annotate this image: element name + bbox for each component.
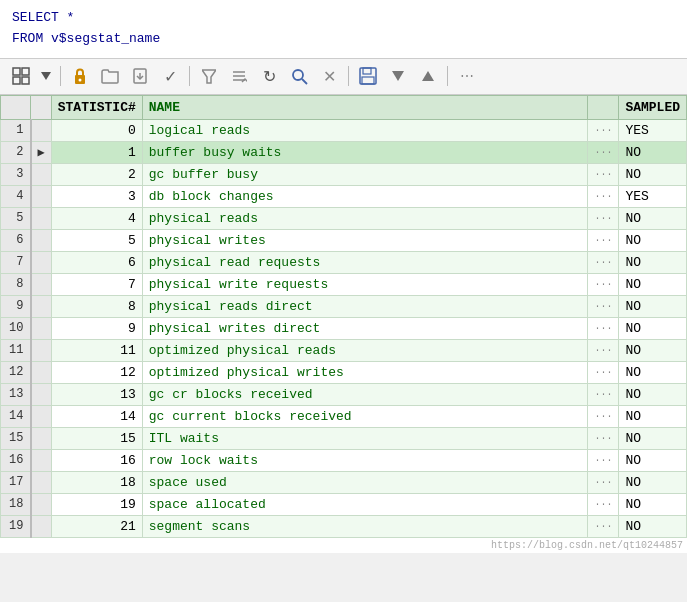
filter-button[interactable] <box>196 63 222 89</box>
cell-rownum: 17 <box>1 471 31 493</box>
cell-ellipsis: ··· <box>588 317 619 339</box>
table-row[interactable]: 1212optimized physical writes···NO <box>1 361 687 383</box>
export-button[interactable] <box>127 63 153 89</box>
cell-name: physical write requests <box>142 273 588 295</box>
cell-name: row lock waits <box>142 449 588 471</box>
cell-arrow <box>31 163 52 185</box>
table-row[interactable]: 54physical reads···NO <box>1 207 687 229</box>
table-row[interactable]: 1515ITL waits···NO <box>1 427 687 449</box>
cell-statistic: 9 <box>51 317 142 339</box>
cell-sampled: NO <box>619 207 687 229</box>
cell-sampled: NO <box>619 383 687 405</box>
lock-button[interactable] <box>67 63 93 89</box>
table-row[interactable]: 65physical writes···NO <box>1 229 687 251</box>
cell-ellipsis: ··· <box>588 273 619 295</box>
table-row[interactable]: 32gc buffer busy···NO <box>1 163 687 185</box>
cell-ellipsis: ··· <box>588 163 619 185</box>
svg-point-6 <box>79 79 82 82</box>
cell-ellipsis: ··· <box>588 405 619 427</box>
more-button[interactable]: ⋯ <box>454 63 480 89</box>
search-button[interactable] <box>286 63 312 89</box>
refresh-button[interactable]: ↻ <box>256 63 282 89</box>
table-row[interactable]: 1718space used···NO <box>1 471 687 493</box>
save-button[interactable] <box>355 63 381 89</box>
table-row[interactable]: 1313gc cr blocks received···NO <box>1 383 687 405</box>
cell-ellipsis: ··· <box>588 141 619 163</box>
table-row[interactable]: 109physical writes direct···NO <box>1 317 687 339</box>
dropdown-arrow-button[interactable] <box>38 63 54 89</box>
cell-sampled: NO <box>619 163 687 185</box>
table-row[interactable]: 10logical reads···YES <box>1 119 687 141</box>
cell-ellipsis: ··· <box>588 471 619 493</box>
cell-sampled: NO <box>619 361 687 383</box>
cell-name: ITL waits <box>142 427 588 449</box>
cell-statistic: 11 <box>51 339 142 361</box>
table-row[interactable]: 1616row lock waits···NO <box>1 449 687 471</box>
cell-statistic: 5 <box>51 229 142 251</box>
col-arrow <box>31 95 52 119</box>
table-row[interactable]: 87physical write requests···NO <box>1 273 687 295</box>
cell-arrow <box>31 449 52 471</box>
cell-sampled: YES <box>619 119 687 141</box>
cell-name: optimized physical reads <box>142 339 588 361</box>
sort-button[interactable] <box>226 63 252 89</box>
cell-statistic: 15 <box>51 427 142 449</box>
cell-ellipsis: ··· <box>588 295 619 317</box>
table-row[interactable]: 76physical read requests···NO <box>1 251 687 273</box>
table-row[interactable]: 98physical reads direct···NO <box>1 295 687 317</box>
cell-rownum: 16 <box>1 449 31 471</box>
cell-sampled: YES <box>619 185 687 207</box>
cell-ellipsis: ··· <box>588 449 619 471</box>
table-row[interactable]: 2▶1buffer busy waits···NO <box>1 141 687 163</box>
cell-sampled: NO <box>619 427 687 449</box>
cell-arrow <box>31 339 52 361</box>
table-row[interactable]: 1819space allocated···NO <box>1 493 687 515</box>
cell-arrow <box>31 515 52 537</box>
cell-statistic: 18 <box>51 471 142 493</box>
nav-down-button[interactable] <box>385 63 411 89</box>
cell-statistic: 14 <box>51 405 142 427</box>
cell-sampled: NO <box>619 317 687 339</box>
cell-arrow <box>31 229 52 251</box>
cell-sampled: NO <box>619 295 687 317</box>
svg-rect-1 <box>22 68 29 75</box>
cell-rownum: 13 <box>1 383 31 405</box>
svg-rect-17 <box>362 77 374 84</box>
cell-arrow <box>31 317 52 339</box>
data-table-container: STATISTIC# NAME SAMPLED 10logical reads·… <box>0 95 687 553</box>
folder-button[interactable] <box>97 63 123 89</box>
cell-name: physical writes <box>142 229 588 251</box>
cell-ellipsis: ··· <box>588 119 619 141</box>
cell-statistic: 13 <box>51 383 142 405</box>
cell-arrow <box>31 251 52 273</box>
cell-sampled: NO <box>619 405 687 427</box>
cell-statistic: 8 <box>51 295 142 317</box>
cell-arrow <box>31 185 52 207</box>
table-row[interactable]: 1111optimized physical reads···NO <box>1 339 687 361</box>
cell-ellipsis: ··· <box>588 251 619 273</box>
cell-statistic: 6 <box>51 251 142 273</box>
col-statistic: STATISTIC# <box>51 95 142 119</box>
table-row[interactable]: 43db block changes···YES <box>1 185 687 207</box>
cell-ellipsis: ··· <box>588 427 619 449</box>
cell-arrow <box>31 273 52 295</box>
cell-name: gc current blocks received <box>142 405 588 427</box>
grid-button[interactable] <box>8 63 34 89</box>
cell-sampled: NO <box>619 141 687 163</box>
sql-line1: SELECT * <box>12 10 74 25</box>
cell-sampled: NO <box>619 339 687 361</box>
cell-name: buffer busy waits <box>142 141 588 163</box>
svg-rect-0 <box>13 68 20 75</box>
cell-rownum: 7 <box>1 251 31 273</box>
table-row[interactable]: 1921segment scans···NO <box>1 515 687 537</box>
cell-name: optimized physical writes <box>142 361 588 383</box>
cell-statistic: 2 <box>51 163 142 185</box>
check-button[interactable]: ✓ <box>157 63 183 89</box>
clear-button[interactable]: ✕ <box>316 63 342 89</box>
cell-rownum: 19 <box>1 515 31 537</box>
table-row[interactable]: 1414gc current blocks received···NO <box>1 405 687 427</box>
svg-line-14 <box>302 79 307 84</box>
nav-up-button[interactable] <box>415 63 441 89</box>
cell-statistic: 0 <box>51 119 142 141</box>
cell-arrow: ▶ <box>31 141 52 163</box>
